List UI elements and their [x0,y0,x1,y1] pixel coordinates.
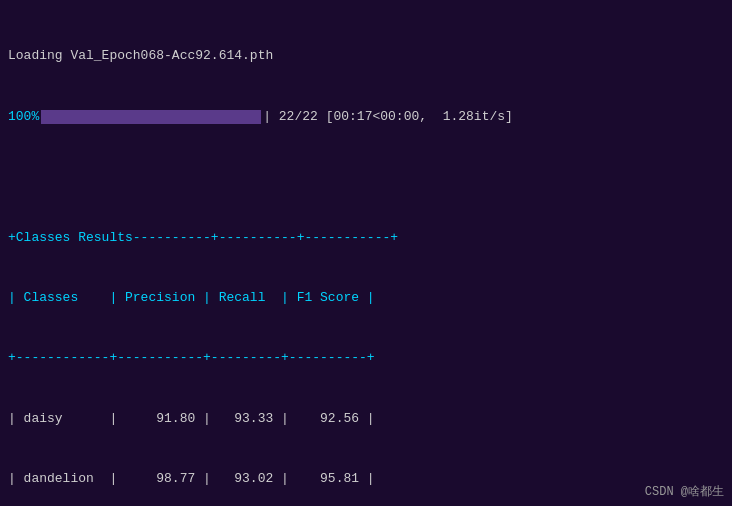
progress-pct: 100% [8,107,39,127]
progress-bar [41,110,261,124]
classes-header-border: +Classes Results----------+----------+--… [8,228,724,248]
classes-col-header: | Classes | Precision | Recall | F1 Scor… [8,288,724,308]
loading-line: Loading Val_Epoch068-Acc92.614.pth [8,46,724,66]
class-row-1: | dandelion | 98.77 | 93.02 | 95.81 | [8,469,724,489]
progress-info: | 22/22 [00:17<00:00, 1.28it/s] [263,107,513,127]
watermark: CSDN @啥都生 [645,483,724,500]
empty1 [8,167,724,187]
terminal-output: Loading Val_Epoch068-Acc92.614.pth 100%|… [0,0,732,506]
progress-line: 100%| 22/22 [00:17<00:00, 1.28it/s] [8,107,724,127]
class-row-0: | daisy | 91.80 | 93.33 | 92.56 | [8,409,724,429]
classes-row-border: +------------+-----------+---------+----… [8,348,724,368]
